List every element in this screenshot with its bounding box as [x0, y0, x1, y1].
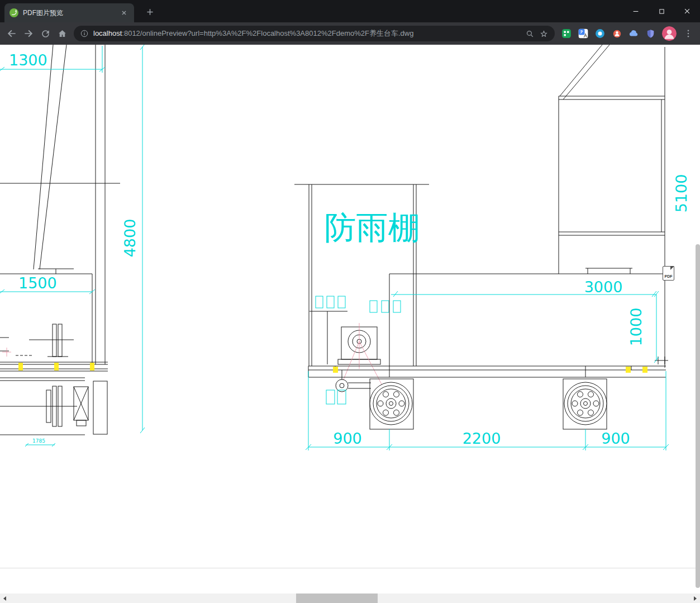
cad-drawing: 1300 4800 1500 1785 [0, 45, 700, 603]
zoom-icon[interactable] [525, 29, 535, 39]
tab-pdf-preview[interactable]: PDF图片预览 [4, 3, 134, 22]
dim-3000-label: 3000 [584, 278, 623, 296]
pdf-badge-label: PDF [663, 274, 674, 278]
url-host: localhost [93, 29, 122, 37]
scroll-right-arrow[interactable] [691, 593, 700, 603]
home-button[interactable] [54, 25, 70, 42]
window-controls [623, 0, 700, 22]
browser-toolbar: localhost:8012/onlinePreview?url=http%3A… [0, 22, 700, 45]
maximize-button[interactable] [649, 0, 674, 22]
blue-circle-extension-icon[interactable] [592, 25, 608, 42]
cad-deck [308, 366, 666, 377]
right-triangle-icon [694, 596, 697, 601]
close-button[interactable] [674, 0, 700, 22]
pdf-preview-content: 1300 4800 1500 1785 [0, 45, 700, 603]
dim-1000-label: 1000 [627, 308, 645, 346]
page-info-icon[interactable] [80, 29, 89, 38]
cad-dimensions-left: 1300 4800 1500 1785 [0, 45, 145, 447]
cad-platform-view [389, 45, 668, 368]
forward-button[interactable] [20, 25, 37, 42]
left-triangle-icon [3, 596, 6, 601]
horizontal-scrollbar-thumb[interactable] [296, 593, 378, 603]
browser-window: PDF图片预览 [0, 0, 700, 603]
dim-4800-label: 4800 [121, 219, 139, 258]
page-bottom-edge [0, 568, 700, 568]
profile-avatar[interactable] [662, 26, 677, 41]
vertical-scrollbar-thumb[interactable] [696, 244, 700, 588]
pdf-file-badge[interactable]: PDF [663, 266, 674, 281]
bookmark-star-icon[interactable] [539, 29, 549, 39]
cad-wheels [326, 370, 607, 429]
shield-extension-icon[interactable] [642, 25, 659, 42]
translate-extension-icon[interactable] [575, 25, 592, 42]
menu-kebab-icon[interactable] [680, 25, 697, 42]
scroll-left-arrow[interactable] [0, 593, 9, 603]
cad-left-view [0, 45, 120, 435]
dim-2200-label: 2200 [463, 430, 501, 447]
back-button[interactable] [3, 25, 20, 42]
dim-1500-label: 1500 [18, 274, 57, 292]
new-tab-button[interactable] [142, 4, 158, 20]
dim-1785-label: 1785 [32, 438, 45, 444]
extension-grid-green-icon[interactable] [558, 25, 575, 42]
shelter-label: 防雨棚 [325, 209, 420, 246]
reload-button[interactable] [37, 25, 54, 42]
cloud-extension-icon[interactable] [625, 25, 642, 42]
pdf-badge-fold [670, 266, 674, 270]
minimize-button[interactable] [623, 0, 649, 22]
url-path: :8012/onlinePreview?url=http%3A%2F%2Floc… [122, 29, 413, 37]
tab-title: PDF图片预览 [23, 8, 115, 18]
dim-900-right-label: 900 [601, 430, 630, 447]
url-text[interactable]: localhost:8012/onlinePreview?url=http%3A… [93, 29, 521, 39]
horizontal-scrollbar[interactable] [0, 593, 700, 603]
person-red-extension-icon[interactable] [608, 25, 625, 42]
tab-strip: PDF图片预览 [0, 0, 700, 22]
cad-dimensions-right: 5100 3000 1000 [391, 174, 690, 363]
dim-5100-label: 5100 [673, 174, 690, 213]
dim-1300-label: 1300 [9, 51, 47, 69]
address-bar[interactable]: localhost:8012/onlinePreview?url=http%3A… [74, 26, 555, 41]
spring-leaf-favicon [9, 8, 18, 17]
tab-close-icon[interactable] [119, 8, 129, 18]
dim-900-left-label: 900 [333, 430, 362, 447]
